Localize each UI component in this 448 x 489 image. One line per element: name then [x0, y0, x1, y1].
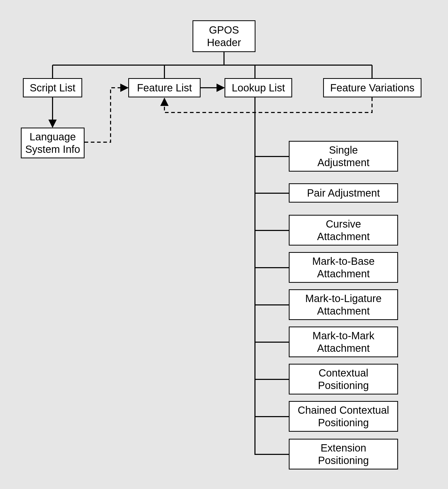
diagram-canvas: GPOS Header Script List Feature List Loo…: [0, 0, 448, 489]
node-lookup-mark-to-mark: Mark-to-Mark Attachment: [289, 327, 398, 357]
node-lookup-extension-positioning: Extension Positioning: [289, 439, 398, 469]
node-lookup-mark-to-ligature: Mark-to-Ligature Attachment: [289, 289, 398, 320]
node-feature-list: Feature List: [128, 78, 201, 97]
node-lookup-cursive-attachment: Cursive Attachment: [289, 215, 398, 246]
node-lookup-mark-to-base: Mark-to-Base Attachment: [289, 252, 398, 283]
node-lookup-pair-adjustment: Pair Adjustment: [289, 183, 398, 203]
node-gpos-header: GPOS Header: [193, 20, 255, 52]
node-script-list: Script List: [23, 78, 82, 97]
node-lookup-list: Lookup List: [225, 78, 292, 97]
node-lookup-single-adjustment: Single Adjustment: [289, 141, 398, 172]
node-feature-variations: Feature Variations: [323, 78, 421, 97]
node-lookup-contextual-positioning: Contextual Positioning: [289, 364, 398, 394]
node-language-system-info: Language System Info: [21, 128, 85, 158]
node-lookup-chained-contextual-positioning: Chained Contextual Positioning: [289, 401, 398, 432]
